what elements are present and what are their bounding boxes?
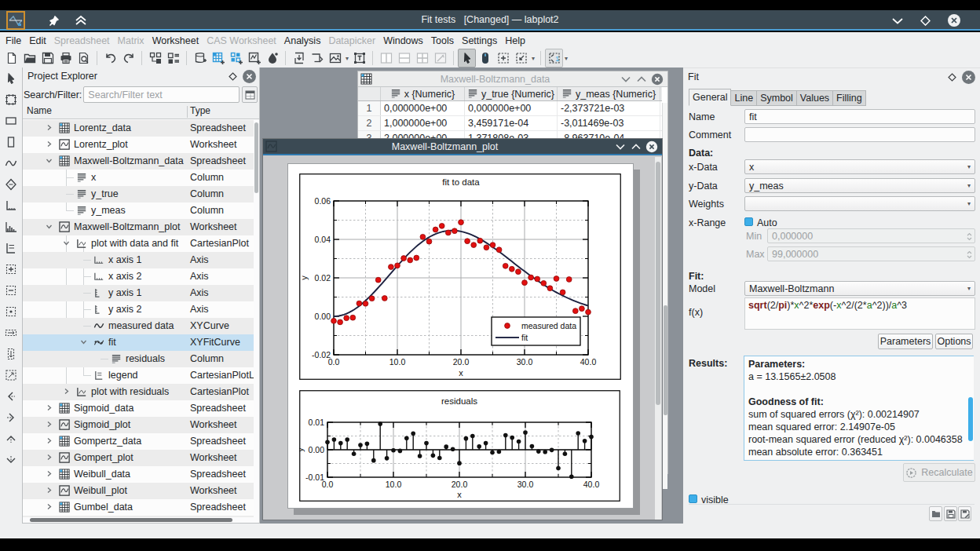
cell[interactable]: 1,000000e+00 [381, 116, 465, 130]
results-scrollbar[interactable] [967, 356, 974, 460]
new-datapicker-button[interactable] [263, 49, 281, 68]
shift-up-y-button[interactable] [2, 429, 20, 448]
save-function-icon[interactable] [944, 506, 957, 521]
menu-help[interactable]: Help [501, 34, 529, 48]
expand-arrow-icon[interactable] [46, 437, 53, 445]
zoom-origin-button[interactable] [2, 302, 20, 321]
residuals-plot[interactable]: 0.010.020.030.040.0-0.010.000.01residual… [299, 390, 620, 502]
scrollbar-thumb[interactable] [968, 397, 973, 441]
worksheet-vertical-scrollbar[interactable] [655, 157, 661, 520]
titlebar[interactable]: Fit tests [Changed] — labplot2 [0, 10, 980, 31]
recalculate-button[interactable]: Recalculate [903, 463, 975, 482]
add-axis-button[interactable] [2, 196, 20, 215]
expand-arrow-icon[interactable] [46, 470, 53, 478]
edit-layout-button[interactable] [431, 49, 449, 68]
save-as-function-icon[interactable] [958, 506, 971, 521]
tab-line[interactable]: Line [731, 90, 757, 106]
comment-input[interactable] [744, 127, 975, 142]
shift-down-y-button[interactable] [2, 451, 20, 469]
collapse-arrow-icon[interactable] [80, 338, 88, 346]
scrollbar-thumb[interactable] [30, 518, 232, 522]
minimize-icon[interactable] [612, 140, 628, 154]
results-textbox[interactable]: Parameters:a = 13.1565±2.0508 Goodness o… [744, 356, 974, 461]
tree-row-y_true[interactable]: y_trueColumn [23, 186, 254, 203]
menu-cas-worksheet[interactable]: CAS Worksheet [203, 34, 280, 48]
tree-column-type[interactable]: Type [190, 105, 210, 116]
chevron-down-icon[interactable]: ▾ [344, 49, 350, 68]
import-file-button[interactable] [290, 49, 308, 68]
shift-right-x-button[interactable] [2, 408, 20, 427]
cell[interactable]: 0,000000e+00 [381, 101, 465, 115]
grid-layout-button[interactable] [413, 49, 431, 68]
tree-row-residuals[interactable]: residualsColumn [23, 351, 254, 367]
menu-worksheet[interactable]: Worksheet [148, 34, 203, 48]
tree-row-Gompertz_data[interactable]: Gompertz_dataSpreadsheet [23, 433, 254, 450]
menu-edit[interactable]: Edit [25, 34, 50, 48]
open-folder-button[interactable] [20, 49, 38, 68]
zoom-fit-button[interactable] [512, 49, 530, 68]
tree-row-Sigmoid_plot[interactable]: Sigmoid_plotWorksheet [23, 417, 254, 433]
new-document-button[interactable] [2, 49, 20, 68]
minimize-icon[interactable] [618, 72, 634, 86]
pin-icon[interactable] [46, 13, 61, 28]
load-function-icon[interactable] [929, 506, 942, 521]
cell[interactable]: 3,459171e-04 [465, 116, 558, 130]
scrollbar-thumb[interactable] [656, 162, 660, 405]
corner-cell[interactable] [358, 87, 381, 100]
tree-row-measured-data[interactable]: measured dataXYCurve [23, 318, 254, 334]
column-header-2[interactable]: y_meas {Numeric} [558, 87, 660, 100]
add-curve-button[interactable] [2, 154, 20, 173]
tree-row-plot-with-residuals[interactable]: plot with residualsCartesianPlot [23, 384, 254, 400]
tree-row-x[interactable]: xColumn [23, 170, 254, 186]
add-vrect-button[interactable] [2, 133, 20, 151]
new-worksheet-button[interactable] [245, 49, 263, 68]
model-combobox[interactable]: Maxwell-Boltzmann▾ [744, 281, 975, 296]
search-filter-input[interactable]: Search/Filter text [83, 86, 240, 103]
tree-row-plot-with-data-and-fit[interactable]: plot with data and fitCartesianPlot [23, 235, 254, 252]
tree-column-name[interactable]: Name [27, 105, 52, 116]
new-image-button[interactable] [326, 49, 344, 68]
new-workbook-button[interactable] [146, 49, 164, 68]
select-cursor-button[interactable] [458, 49, 476, 68]
tree-row-legend[interactable]: legendCartesianPlotL [23, 367, 254, 384]
tree-row-fit[interactable]: fitXYFitCurve [23, 334, 254, 351]
close-icon[interactable] [649, 72, 665, 86]
float-panel-icon[interactable] [945, 71, 958, 83]
zoom-out-button[interactable] [2, 281, 20, 300]
new-text-button[interactable] [350, 49, 368, 68]
tree-row-Gumbel_data[interactable]: Gumbel_dataSpreadsheet [23, 499, 254, 516]
menu-spreadsheet[interactable]: Spreadsheet [50, 34, 114, 48]
close-panel-icon[interactable] [962, 71, 975, 84]
close-icon[interactable] [644, 140, 660, 154]
add-plot-button[interactable] [2, 90, 20, 109]
max-spinbox[interactable]: 99,000000 [767, 246, 975, 261]
tree-options-button[interactable] [242, 86, 258, 103]
expand-arrow-icon[interactable] [46, 124, 53, 132]
add-legend-button[interactable] [2, 239, 20, 257]
zoom-select-button[interactable] [494, 49, 512, 68]
expand-arrow-icon[interactable] [46, 140, 53, 148]
add-rect-button[interactable] [2, 111, 20, 130]
split-vertical-button[interactable] [377, 49, 395, 68]
spreadsheet-window-titlebar[interactable]: Maxwell-Boltzmann_data [358, 71, 667, 87]
menu-tools[interactable]: Tools [427, 34, 458, 48]
worksheet-view[interactable]: 0.010.020.030.040.0-0.020.000.020.040.06… [263, 157, 662, 520]
name-input[interactable]: fit [744, 109, 975, 124]
row-number[interactable]: 1 [358, 101, 381, 115]
print-button[interactable] [57, 49, 75, 68]
collapse-arrow-icon[interactable] [46, 223, 53, 231]
undo-button[interactable] [101, 49, 119, 68]
new-folder-button[interactable] [191, 49, 209, 68]
maximize-icon[interactable] [916, 12, 934, 29]
tree-row-Lorentz_plot[interactable]: Lorentz_plotWorksheet [23, 137, 254, 153]
tree-row-Maxwell-Boltzmann_data[interactable]: Maxwell-Boltzmann_dataSpreadsheet [23, 153, 254, 170]
tree-row-y_meas[interactable]: y_measColumn [23, 203, 254, 219]
tree-row-Lorentz_data[interactable]: Lorentz_dataSpreadsheet [23, 120, 254, 137]
zoom-select-y-button[interactable] [2, 345, 20, 363]
save-button[interactable] [38, 49, 57, 68]
worksheet-page[interactable]: 0.010.020.030.040.0-0.020.000.020.040.06… [287, 163, 634, 509]
close-icon[interactable] [945, 12, 963, 29]
add-equation-button[interactable] [2, 175, 20, 194]
float-panel-icon[interactable] [226, 70, 239, 82]
chevron-down-icon[interactable]: ▾ [563, 49, 569, 68]
